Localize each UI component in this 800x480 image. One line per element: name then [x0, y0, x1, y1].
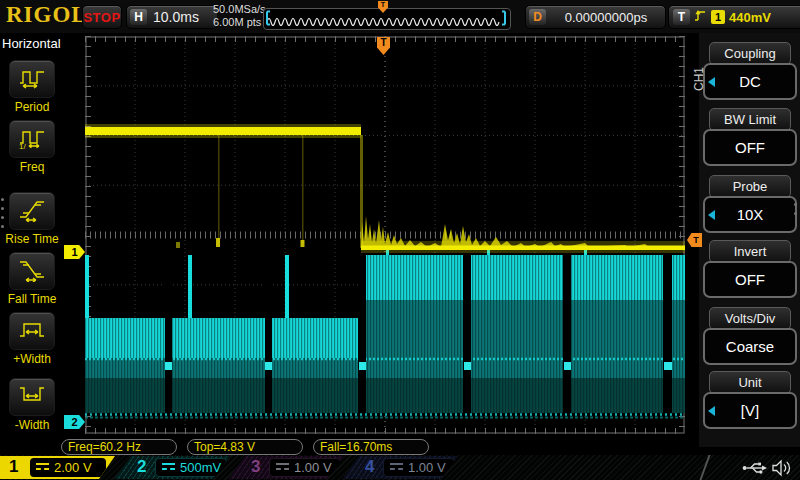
channel-status-bar: 1 2.00 V 2 500mV 3 1.00 V 4 1.00 V [0, 455, 800, 480]
brand-logo: RIGOL [6, 2, 88, 28]
run-stop-status[interactable]: STOP [82, 5, 122, 29]
channel-tab-4[interactable]: 4 1.00 V [342, 456, 458, 479]
measurement-freq: Freq=60.2 Hz [61, 439, 177, 455]
left-menu: Horizontal Period 1/ Freq [0, 33, 62, 447]
waveform-svg [85, 36, 685, 434]
ch2-ground-marker[interactable]: 2 [64, 415, 85, 429]
minus-width-icon [18, 382, 46, 412]
menu-item-rise-time[interactable]: Rise Time [5, 192, 59, 246]
delay-readout-button[interactable]: D 0.00000000ps [525, 5, 666, 29]
usb-icon [742, 459, 769, 480]
stop-label: STOP [83, 10, 120, 25]
channel-tab-1[interactable]: 1 2.00 V [0, 456, 116, 479]
ch1-scale: 2.00 V [54, 460, 92, 475]
delay-value: 0.00000000ps [550, 10, 662, 25]
trigger-level-marker[interactable]: T [687, 233, 702, 247]
menu-item-fall-time[interactable]: Fall Time [5, 252, 59, 306]
ch2-scale: 500mV [180, 460, 221, 475]
probe-value[interactable]: 10X [703, 196, 797, 233]
beeper-icon [772, 459, 793, 480]
bw-limit-label[interactable]: BW Limit [709, 108, 791, 131]
dc-coupling-icon [162, 463, 175, 472]
trigger-badge: T [673, 9, 690, 25]
volts-div-value-text: Coarse [726, 338, 774, 355]
bw-limit-value[interactable]: OFF [703, 129, 797, 166]
horizontal-badge: H [130, 9, 147, 25]
rise-time-icon [18, 196, 46, 226]
memory-depth: 6.00M pts [213, 16, 266, 29]
dc-coupling-icon [36, 463, 49, 472]
svg-text:1/: 1/ [19, 142, 26, 150]
menu-item-pos-width[interactable]: +Width [5, 312, 59, 366]
channel-tab-2[interactable]: 2 500mV [114, 456, 230, 479]
menu-item-label: Period [5, 100, 59, 114]
coupling-value[interactable]: DC [703, 63, 797, 100]
plus-width-icon [18, 316, 46, 346]
ch2-number: 2 [137, 457, 146, 477]
trigger-readout-button[interactable]: T 1 440mV [668, 5, 800, 29]
memory-waveform-bar [263, 8, 511, 30]
ch3-number: 3 [251, 457, 260, 477]
bw-limit-value-text: OFF [735, 139, 765, 156]
menu-item-label: Rise Time [5, 232, 59, 246]
selected-triangle-icon [708, 406, 715, 416]
waveform-display [85, 36, 685, 434]
dc-coupling-icon [276, 463, 289, 472]
menu-item-neg-width[interactable]: -Width [5, 378, 59, 432]
unit-value[interactable]: [V] [703, 392, 797, 429]
selected-triangle-icon [708, 77, 715, 87]
menu-item-label: Fall Time [5, 292, 59, 306]
unit-label[interactable]: Unit [709, 371, 791, 394]
unit-value-text: [V] [741, 402, 759, 419]
measurement-fall: Fall=16.70ms [313, 439, 429, 455]
invert-value[interactable]: OFF [703, 261, 797, 298]
trigger-level-value: 440mV [729, 10, 771, 25]
invert-value-text: OFF [735, 271, 765, 288]
ch3-scale: 1.00 V [294, 460, 332, 475]
measurement-readouts: Freq=60.2 Hz Top=4.83 V Fall=16.70ms [61, 439, 429, 455]
freq-icon: 1/ [18, 124, 46, 154]
acquisition-info: 50.0MSa/s 6.00M pts [213, 3, 266, 29]
left-menu-title: Horizontal [2, 36, 61, 51]
menu-item-period[interactable]: Period [5, 60, 59, 114]
coupling-label[interactable]: Coupling [709, 42, 791, 65]
volts-div-value[interactable]: Coarse [703, 328, 797, 365]
channel-tab-3[interactable]: 3 1.00 V [228, 456, 344, 479]
timebase-value: 10.0ms [153, 9, 199, 25]
delay-badge: D [529, 9, 546, 25]
menu-item-freq[interactable]: 1/ Freq [5, 120, 59, 174]
ch2-trace [85, 249, 685, 418]
top-status-bar: RIGOL STOP H 10.0ms 50.0MSa/s 6.00M pts … [0, 0, 800, 33]
oscilloscope-screen: RIGOL STOP H 10.0ms 50.0MSa/s 6.00M pts … [0, 0, 800, 480]
probe-value-text: 10X [737, 206, 764, 223]
left-page-dots [1, 198, 4, 228]
right-menu: Coupling DC BW Limit OFF Probe 10X Inver… [699, 33, 800, 447]
menu-item-label: Freq [5, 160, 59, 174]
measurement-top: Top=4.83 V [187, 439, 303, 455]
sample-rate: 50.0MSa/s [213, 3, 266, 16]
horizontal-timebase-button[interactable]: H 10.0ms [126, 5, 218, 29]
memory-waveform-icon [264, 9, 508, 27]
selected-triangle-icon [708, 210, 715, 220]
right-page-dots [794, 203, 797, 215]
period-icon [18, 64, 46, 94]
coupling-value-text: DC [739, 73, 761, 90]
active-channel-label: CH1 [692, 62, 706, 96]
volts-div-label[interactable]: Volts/Div [709, 307, 791, 330]
fall-time-icon [18, 256, 46, 286]
probe-label[interactable]: Probe [709, 175, 791, 198]
invert-label[interactable]: Invert [709, 240, 791, 263]
dc-coupling-icon [390, 463, 403, 472]
trigger-source-badge: 1 [711, 10, 725, 24]
ch4-number: 4 [365, 457, 374, 477]
ch1-number: 1 [9, 457, 18, 477]
ch4-scale: 1.00 V [408, 460, 446, 475]
menu-item-label: +Width [5, 352, 59, 366]
ch1-ground-marker[interactable]: 1 [64, 245, 85, 259]
menu-item-label: -Width [5, 418, 59, 432]
rising-edge-icon [694, 8, 707, 27]
